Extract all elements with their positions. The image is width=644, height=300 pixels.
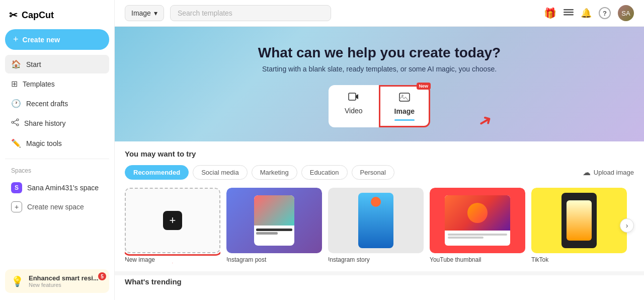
upload-icon: ☁ [583,168,591,177]
space-item-user[interactable]: S Sana Amin431's space [5,178,109,197]
logo: ✂ CapCut [5,7,109,29]
plus-circle-icon: + [11,201,22,212]
gift-icon[interactable]: 🎁 [544,7,556,19]
card-instagram-story[interactable]: Instagram story [328,188,424,263]
search-input[interactable]: Search templates [170,5,331,21]
card-label-ig-post: Instagram post [226,256,322,263]
bell-icon[interactable]: 🔔 [581,8,592,19]
filter-dropdown[interactable]: Image ▾ [125,5,164,21]
arrow-up-new-image: ↑ [169,258,176,263]
svg-point-0 [17,119,19,121]
trending-title: What's trending [125,277,634,286]
image-tab-label: Image [394,107,415,115]
hero-title: What can we help you create today? [125,45,634,61]
tiktok-inner [561,193,597,248]
ig-post-image [254,195,294,226]
create-space-button[interactable]: + Create new space [5,197,109,216]
card-youtube-thumbnail[interactable]: YouTube thumbnail [430,188,525,263]
filter-personal[interactable]: Personal [352,165,394,180]
create-space-label: Create new space [27,203,84,211]
card-new-image[interactable]: + New image ↑ [125,188,220,263]
yt-thumb [445,195,510,231]
ig-text-line [256,229,292,231]
svg-point-1 [12,121,14,123]
tab-image[interactable]: New Image [379,85,430,127]
filter-recommended[interactable]: Recommended [125,165,189,180]
filter-marketing[interactable]: Marketing [252,165,297,180]
clock-icon: 🕐 [11,99,21,108]
yt-info [445,231,510,242]
menu-icon[interactable] [564,7,574,20]
help-icon[interactable]: ? [599,7,611,19]
sidebar-item-label: Templates [23,80,55,88]
tab-video[interactable]: Video [329,85,379,127]
share-icon [11,118,19,128]
tiktok-person [567,200,592,241]
you-may-want-title: You may want to try [125,149,634,158]
tiktok-preview [531,188,627,253]
space-name: Sana Amin431's space [27,184,99,192]
sidebar-item-start[interactable]: 🏠 Start [5,55,109,73]
tab-active-underline [394,119,415,121]
templates-section: You may want to try Recommended Social m… [115,141,644,271]
filter-label: Image [131,9,151,17]
card-label-tiktok: TikTok [531,256,627,263]
yt-avatar [467,203,488,223]
ig-text-line-2 [256,232,278,235]
yt-line [448,234,507,236]
card-instagram-post[interactable]: Instagram post [226,188,322,263]
svg-line-4 [14,123,17,124]
topbar: Image ▾ Search templates 🎁 🔔 ? SA [115,0,644,27]
filter-social-media[interactable]: Social media [193,165,247,180]
hero-subtitle: Starting with a blank slate, ready templ… [125,65,634,73]
new-badge: New [417,83,431,90]
instagram-post-preview [226,188,322,253]
ig-post-text [254,226,294,238]
search-placeholder: Search templates [178,9,232,17]
sidebar-item-label: Recent drafts [26,100,68,108]
filter-education[interactable]: Education [301,165,348,180]
sidebar-item-magic-tools[interactable]: ✏️ Magic tools [5,134,109,153]
card-label-yt: YouTube thumbnail [430,256,525,263]
svg-rect-5 [564,9,574,11]
sidebar-item-recent-drafts[interactable]: 🕐 Recent drafts [5,94,109,113]
sidebar-item-label: Start [26,60,41,68]
card-tiktok[interactable]: TikTok [531,188,627,263]
sidebar-item-share-history[interactable]: Share history [5,114,109,133]
hero-banner: What can we help you create today? Start… [115,27,644,141]
plus-icon: + [13,34,19,45]
ig-post-inner [254,195,294,246]
spaces-label: Spaces [5,165,109,178]
card-label-ig-story: Instagram story [328,256,424,263]
create-new-label: Create new [23,36,60,44]
create-new-button[interactable]: + Create new [5,29,109,50]
notification-banner[interactable]: 💡 Enhanced smart resi... New features 5 [5,269,109,293]
upload-label: Upload image [594,169,634,176]
content-area: What can we help you create today? Start… [115,27,644,300]
sidebar-nav: 🏠 Start ⊞ Templates 🕐 Recent drafts Shar… [5,55,109,153]
image-tab-icon [399,92,410,105]
next-button[interactable]: › [620,218,634,233]
plus-big-icon: + [163,211,182,230]
video-tab-icon [348,91,359,105]
story-avatar [371,197,381,207]
yt-inner [445,195,510,246]
svg-point-2 [17,124,19,126]
svg-line-3 [14,120,17,122]
magic-icon: ✏️ [11,138,21,148]
notification-subtitle: New features [29,282,99,288]
sidebar-item-templates[interactable]: ⊞ Templates [5,74,109,93]
sidebar-item-label: Magic tools [26,139,62,147]
svg-rect-6 [564,12,574,13]
hero-tabs: Video New Image [125,85,634,127]
sidebar-item-label: Share history [24,119,65,127]
svg-rect-7 [564,14,574,16]
space-avatar: S [11,182,22,193]
instagram-story-preview [328,188,424,253]
youtube-preview [430,188,525,253]
notification-title: Enhanced smart resi... [29,274,99,282]
chevron-down-icon: ▾ [154,9,157,17]
templates-icon: ⊞ [11,79,18,89]
upload-image-button[interactable]: ☁ Upload image [583,168,634,177]
user-avatar[interactable]: SA [618,5,634,21]
